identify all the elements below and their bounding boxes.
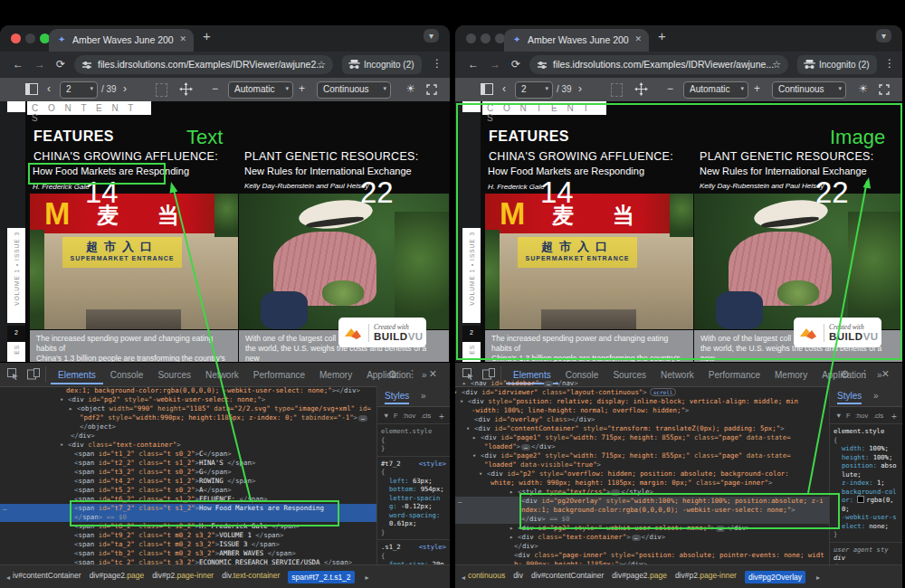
new-tab-button[interactable]: + — [203, 28, 211, 43]
elements-tree-row[interactable]: </object> — [0, 422, 377, 432]
breadcrumb-item[interactable]: continuous — [468, 571, 505, 583]
forward-button[interactable]: → — [490, 58, 500, 71]
elements-tree-row[interactable]: <span id="tb_2" class="t m0_2 s3_2">AMBE… — [0, 549, 377, 558]
style-source-link[interactable]: <style> — [419, 460, 446, 469]
layout-select[interactable]: Continuous ▾ — [317, 81, 391, 99]
css-property[interactable]: letter-spacing: -0.12px; — [381, 494, 446, 511]
address-bar[interactable]: files.idrsolutions.com/Examples/IDRViewe… — [74, 55, 333, 74]
expand-arrow-icon[interactable]: ▸ — [462, 379, 466, 388]
tab-search-chevron-icon[interactable]: ▾ — [876, 29, 891, 43]
expand-arrow-icon[interactable]: ▸ — [69, 404, 72, 413]
css-property[interactable]: word-spacing: 0.61px; — [381, 511, 446, 528]
elements-tree-row[interactable]: </span> == $0 — [0, 513, 377, 522]
elements-tree-row[interactable]: </div> — [0, 432, 377, 441]
style-rule[interactable]: #t7_2<style>{left: 63px;bottom: 954px;le… — [377, 457, 450, 541]
devtools-tab-elements[interactable]: Elements — [51, 365, 103, 384]
elements-tree-row[interactable]: "loaded" data-visible="true"> — [455, 460, 830, 469]
reload-button[interactable]: ⟳ — [56, 58, 65, 71]
new-tab-button[interactable]: + — [658, 28, 666, 43]
devtools-close-icon[interactable]: ✕ — [881, 368, 890, 380]
breadcrumb-item[interactable]: div#p2.page-inner — [152, 571, 214, 583]
elements-tree-row[interactable]: <span id="t3_2" class="t s0_2">G</span> — [0, 468, 377, 477]
crumbs-scroll-left-icon[interactable]: ◂ — [6, 574, 10, 582]
toggle-hov-button[interactable]: :hov — [403, 412, 415, 420]
back-button[interactable]: ← — [468, 58, 479, 71]
devtools-kebab-icon[interactable]: ⋮ — [407, 368, 417, 380]
buildvu-watermark[interactable]: Created with BUILDVU — [794, 318, 881, 347]
breadcrumb-item[interactable]: div — [513, 571, 523, 583]
browser-tab[interactable]: ✦ Amber Waves June 2003 ✕ — [504, 29, 649, 52]
style-source-link[interactable]: <style> — [419, 543, 446, 552]
elements-tree-row[interactable]: <span id="t6_2" class="t s1_2">FFLUENCE:… — [0, 495, 377, 504]
toggle-hov-button[interactable]: :hov — [855, 412, 868, 420]
zoom-out-button[interactable]: − — [667, 82, 673, 95]
collapse-arrow-icon[interactable]: ▾ — [60, 441, 63, 450]
crumbs-scroll-left-icon[interactable]: ◂ — [462, 574, 465, 582]
elements-tree-row[interactable]: ndex:1; background-color:rgba(0,0,0,0); … — [455, 506, 830, 515]
styles-more-tabs[interactable]: » — [421, 391, 426, 401]
collapse-arrow-icon[interactable]: ▾ — [466, 424, 470, 433]
devtools-close-icon[interactable]: ✕ — [429, 368, 437, 380]
css-property[interactable]: position: absolute; — [834, 461, 899, 479]
select-tool-icon[interactable] — [156, 83, 167, 97]
style-rule[interactable]: element.style{} — [377, 424, 450, 457]
page-number-select[interactable]: 2 ▾ — [60, 81, 98, 99]
style-rule[interactable]: user agent stydiv{display: block;unicode… — [830, 543, 902, 566]
device-toolbar-icon[interactable] — [27, 368, 40, 380]
expand-ellipsis-button[interactable]: … — [716, 526, 725, 532]
css-property[interactable]: bottom: 954px; — [381, 485, 446, 494]
breadcrumb-item[interactable]: div#pg2Overlay — [745, 571, 805, 583]
css-property[interactable]: width: 100%; — [834, 444, 899, 453]
css-property[interactable]: z-index: 1; — [834, 479, 899, 488]
elements-tree[interactable]: ▸<nav id="sidebar">…</nav>▾<div id="idrv… — [455, 379, 830, 565]
breadcrumb-item[interactable]: iv#contentContainer — [13, 571, 81, 583]
next-page-button[interactable]: › — [578, 82, 582, 95]
elements-tree-row[interactable]: <span id="t8_2" class="t s2_2">H. Freder… — [0, 522, 377, 531]
filter-funnel-icon[interactable]: ▼ — [383, 412, 389, 420]
styles-tab[interactable]: Styles — [385, 391, 409, 404]
tab-close-icon[interactable]: ✕ — [179, 34, 186, 43]
collapse-arrow-icon[interactable]: ▾ — [455, 388, 457, 397]
css-property[interactable]: -webkit-user-select: none; — [834, 513, 899, 530]
close-window-button[interactable] — [11, 33, 21, 43]
devtools-tab-console[interactable]: Console — [103, 365, 151, 384]
expand-arrow-icon[interactable]: ▸ — [472, 433, 476, 442]
toggle-cls-button[interactable]: .cls — [873, 412, 883, 420]
breadcrumb-item[interactable]: span#t7_2.t.s1_2 — [288, 571, 354, 583]
css-property[interactable]: height: 100%; — [834, 453, 899, 462]
toggle-cls-button[interactable]: .cls — [421, 412, 431, 420]
elements-tree-row[interactable]: <span id="t9_2" class="t m0_2 s3_2">VOLU… — [0, 531, 377, 540]
expand-arrow-icon[interactable]: ▸ — [510, 533, 513, 542]
elements-tree-row[interactable]: <span id="t5_2" class="t s0_2">A</span> — [0, 486, 377, 495]
settings-gear-icon[interactable]: ⚙ — [387, 368, 397, 381]
zoom-out-button[interactable]: − — [212, 82, 218, 95]
zoom-select[interactable]: Automatic ▾ — [228, 81, 293, 99]
elements-tree-row[interactable]: ▸<style type="text/css">…</style> — [455, 488, 830, 497]
collapse-arrow-icon[interactable]: ▾ — [60, 395, 63, 404]
elements-tree-row[interactable]: <span id="t1_2" class="t s0_2">C</span> — [0, 450, 377, 459]
elements-tree-row[interactable]: "loaded">…</div> — [455, 442, 830, 451]
elements-tree-row[interactable]: ▸<object width="990" height="1185" data=… — [0, 404, 377, 413]
elements-tree-row[interactable]: "pdf2" style="width:990px; height:1185px… — [0, 413, 377, 422]
site-settings-icon[interactable] — [538, 61, 547, 70]
elements-tree-row[interactable]: …<span id="t7_2" class="t s1_2">How Food… — [0, 504, 377, 513]
reload-button[interactable]: ⟳ — [511, 58, 520, 71]
layout-select[interactable]: Continuous ▾ — [772, 81, 846, 99]
back-button[interactable]: ← — [13, 58, 24, 71]
bookmark-star-icon[interactable]: ☆ — [772, 59, 781, 71]
brightness-icon[interactable]: ☀ — [405, 82, 415, 95]
tab-search-chevron-icon[interactable]: ▾ — [424, 29, 439, 43]
style-rule[interactable]: .s1_2<style>{font-size: 20px;font-family… — [377, 540, 450, 565]
tab-close-icon[interactable]: ✕ — [634, 34, 642, 43]
brightness-icon[interactable]: ☀ — [858, 82, 868, 95]
bookmark-star-icon[interactable]: ☆ — [317, 59, 326, 71]
elements-tree-row[interactable]: </div> — [455, 542, 830, 551]
elements-tree-row[interactable]: …<div id="pg2Overlay" style="width:100%;… — [455, 497, 830, 506]
browser-tab[interactable]: ✦ Amber Waves June 2003 ✕ — [49, 29, 194, 52]
elements-tree-row[interactable]: ▾<div class="text-container"> — [0, 441, 377, 450]
css-property[interactable]: background-color: rgba(0, 0; — [834, 488, 899, 514]
pan-tool-icon[interactable] — [634, 82, 648, 96]
pdf-page-view[interactable]: VOLUME 1 • ISSUE 3 2 ES C O N T E N T S … — [455, 101, 902, 362]
new-style-rule-button[interactable]: + — [439, 412, 444, 422]
breadcrumb-item[interactable]: div#page2.page — [90, 571, 145, 583]
